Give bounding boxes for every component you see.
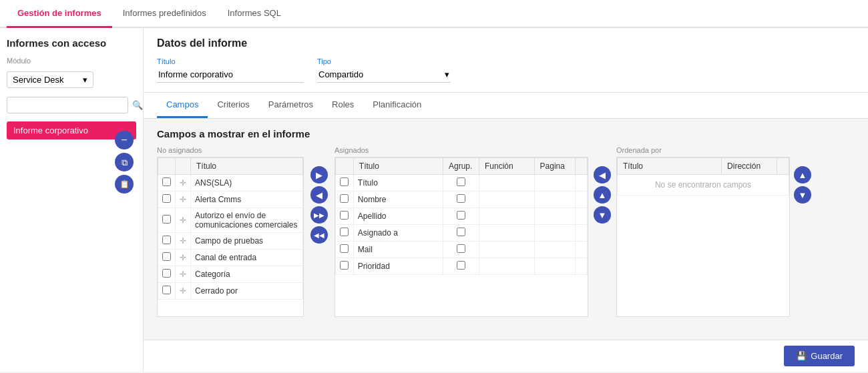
tipo-label: Tipo bbox=[317, 57, 451, 65]
transfer-all-left-btn[interactable]: ◀◀ bbox=[310, 226, 328, 244]
transfer-right-btn[interactable]: ▶ bbox=[310, 166, 328, 183]
row-funcion bbox=[479, 258, 534, 275]
transfer-btns-asignados: ◀ ▲ ▼ bbox=[592, 166, 612, 224]
table-row[interactable]: ✛Campo de pruebas bbox=[158, 233, 303, 250]
asignados-down-btn[interactable]: ▼ bbox=[594, 206, 611, 224]
row-agrup[interactable] bbox=[457, 211, 465, 220]
table-row[interactable]: Apellido bbox=[336, 208, 588, 225]
top-tabs-bar: Gestión de informes Informes predefinido… bbox=[0, 0, 868, 28]
sidebar: Informes con acceso Módulo Service Desk … bbox=[0, 28, 144, 372]
row-checkbox[interactable] bbox=[162, 286, 171, 294]
tab-planificacion[interactable]: Planificación bbox=[363, 93, 431, 118]
tab-campos[interactable]: Campos bbox=[157, 93, 208, 118]
row-checkbox[interactable] bbox=[340, 261, 349, 270]
action-paste-btn[interactable]: 📋 bbox=[115, 175, 134, 194]
ordenada-table: Título Dirección No se encontraron campo… bbox=[617, 157, 789, 196]
search-input[interactable] bbox=[7, 97, 128, 113]
asignados-col-agrup: Agrup. bbox=[443, 158, 479, 175]
row-checkbox[interactable] bbox=[340, 177, 349, 186]
row-pagina bbox=[534, 175, 576, 192]
tab-roles[interactable]: Roles bbox=[322, 93, 363, 118]
table-row[interactable]: Asignado a bbox=[336, 225, 588, 242]
table-row[interactable]: ✛Autorizo el envío de comunicaciones com… bbox=[158, 208, 303, 233]
no-asignados-col-titulo: Título bbox=[191, 158, 303, 175]
no-asignados-wrapper: No asignados Título ✛ANS(SL bbox=[157, 146, 304, 317]
campos-layout: No asignados Título ✛ANS(SL bbox=[157, 146, 855, 333]
row-checkbox[interactable] bbox=[340, 211, 349, 220]
table-row[interactable]: Título bbox=[336, 175, 588, 192]
row-pagina bbox=[534, 225, 576, 242]
no-asignados-table-scroll[interactable]: Título ✛ANS(SLA)✛Alerta Cmms✛Autorizo el… bbox=[157, 157, 304, 317]
tipo-field-group: Tipo Compartido ▾ bbox=[317, 57, 451, 83]
tab-parametros[interactable]: Parámetros bbox=[259, 93, 322, 118]
tab-criterios[interactable]: Criterios bbox=[208, 93, 258, 118]
asignados-col-titulo: Título bbox=[353, 158, 443, 175]
table-row[interactable]: ✛Cerrado por bbox=[158, 283, 303, 300]
table-row[interactable]: ✛Canal de entrada bbox=[158, 250, 303, 266]
row-agrup[interactable] bbox=[457, 194, 465, 203]
row-agrup[interactable] bbox=[457, 244, 465, 253]
tipo-select[interactable]: Compartido ▾ bbox=[317, 67, 451, 83]
asignados-table: Título Agrup. Función Pagina TítuloNombr… bbox=[335, 157, 588, 275]
row-checkbox[interactable] bbox=[162, 252, 171, 261]
ordenada-table-scroll[interactable]: Título Dirección No se encontraron campo… bbox=[616, 157, 790, 317]
row-pagina bbox=[534, 208, 576, 225]
campos-title: Campos a mostrar en el informe bbox=[157, 128, 855, 139]
ordenada-down-btn[interactable]: ▼ bbox=[794, 186, 811, 204]
main-layout: Informes con acceso Módulo Service Desk … bbox=[0, 28, 868, 372]
datos-title: Datos del informe bbox=[157, 37, 855, 49]
action-copy-btn[interactable]: ⧉ bbox=[115, 153, 134, 171]
campos-section: Campos a mostrar en el informe No asigna… bbox=[144, 119, 868, 340]
titulo-input[interactable] bbox=[157, 67, 304, 83]
transfer-left-btn[interactable]: ◀ bbox=[310, 186, 328, 204]
asignados-remove-btn[interactable]: ◀ bbox=[594, 166, 611, 183]
transfer-btns-lr: ▶ ◀ ▶▶ ◀◀ bbox=[308, 166, 331, 244]
tipo-dropdown-icon: ▾ bbox=[445, 69, 449, 79]
table-row[interactable]: ✛Alerta Cmms bbox=[158, 192, 303, 208]
row-agrup[interactable] bbox=[457, 177, 465, 186]
ordenada-up-btn[interactable]: ▲ bbox=[794, 166, 811, 183]
row-checkbox[interactable] bbox=[340, 244, 349, 253]
table-row[interactable]: Prioridad bbox=[336, 258, 588, 275]
no-asignados-label: No asignados bbox=[157, 146, 304, 154]
row-title: Mail bbox=[353, 242, 443, 258]
datos-section: Datos del informe Título Tipo Compartido… bbox=[144, 28, 868, 93]
no-fields-row: No se encontraron campos bbox=[618, 175, 789, 196]
datos-fields: Título Tipo Compartido ▾ bbox=[157, 57, 855, 83]
row-agrup[interactable] bbox=[457, 228, 465, 236]
asignados-up-btn[interactable]: ▲ bbox=[594, 186, 611, 204]
row-funcion bbox=[479, 192, 534, 208]
row-title: Título bbox=[353, 175, 443, 192]
row-checkbox[interactable] bbox=[340, 228, 349, 236]
table-row[interactable]: Mail bbox=[336, 242, 588, 258]
row-checkbox[interactable] bbox=[162, 215, 171, 224]
row-title: Autorizo el envío de comunicaciones come… bbox=[191, 208, 303, 233]
tab-predefinidos[interactable]: Informes predefinidos bbox=[112, 0, 217, 28]
row-checkbox[interactable] bbox=[162, 177, 171, 186]
row-agrup[interactable] bbox=[457, 261, 465, 270]
transfer-all-right-btn[interactable]: ▶▶ bbox=[310, 206, 328, 224]
search-icon[interactable]: 🔍 bbox=[132, 100, 143, 110]
row-checkbox[interactable] bbox=[340, 194, 349, 203]
row-funcion bbox=[479, 175, 534, 192]
row-checkbox[interactable] bbox=[162, 194, 171, 203]
table-row[interactable]: Nombre bbox=[336, 192, 588, 208]
titulo-field-group: Título bbox=[157, 57, 304, 83]
tab-sql[interactable]: Informes SQL bbox=[217, 0, 292, 28]
ordenada-up-down-btns: ▲ ▼ bbox=[794, 166, 811, 204]
table-row[interactable]: ✛Categoría bbox=[158, 266, 303, 283]
ordenada-col-dir: Dirección bbox=[722, 158, 777, 175]
action-minus-btn[interactable]: − bbox=[115, 131, 134, 149]
module-dropdown-icon: ▾ bbox=[83, 75, 87, 85]
tab-gestion[interactable]: Gestión de informes bbox=[7, 0, 112, 28]
table-row[interactable]: ✛ANS(SLA) bbox=[158, 175, 303, 192]
asignados-table-scroll[interactable]: Título Agrup. Función Pagina TítuloNombr… bbox=[335, 157, 588, 317]
asignados-col-pagina: Pagina bbox=[534, 158, 576, 175]
save-button[interactable]: 💾 Guardar bbox=[784, 346, 855, 366]
module-select[interactable]: Service Desk ▾ bbox=[7, 71, 93, 88]
row-checkbox[interactable] bbox=[162, 269, 171, 278]
search-row: 🔍 + bbox=[7, 96, 136, 113]
footer: 💾 Guardar bbox=[144, 340, 868, 372]
row-checkbox[interactable] bbox=[162, 236, 171, 244]
row-title: Categoría bbox=[191, 266, 303, 283]
